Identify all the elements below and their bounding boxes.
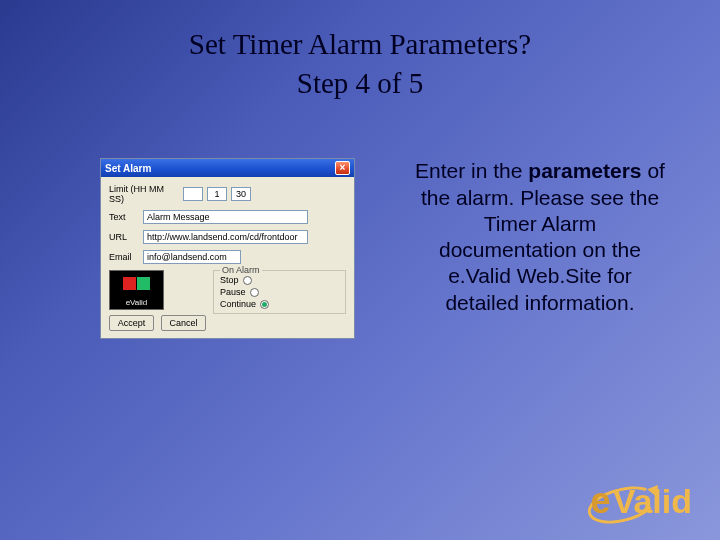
continue-label: Continue [220,299,256,309]
badge-text: eValid [126,298,148,307]
cancel-button[interactable]: Cancel [161,315,206,331]
left-lower: eValid Accept Cancel [109,270,206,331]
page-title: Set Timer Alarm Parameters? Step 4 of 5 [0,25,720,103]
continue-option[interactable]: Continue [220,299,340,309]
dialog-title-text: Set Alarm [105,163,151,174]
limit-label: Limit (HH MM SS) [109,184,179,204]
accept-button[interactable]: Accept [109,315,154,331]
instruction-rest: of the alarm. Please see the Timer Alarm… [421,159,665,313]
limit-ss-input[interactable]: 30 [231,187,251,201]
limit-mm-input[interactable]: 1 [207,187,227,201]
evalid-logo: eValid [591,480,692,522]
url-label: URL [109,232,139,242]
email-label: Email [109,252,139,262]
pause-option[interactable]: Pause [220,287,340,297]
set-alarm-dialog: Set Alarm × Limit (HH MM SS) 1 30 Text A… [100,158,355,339]
title-line-2: Step 4 of 5 [297,67,423,99]
url-input[interactable]: http://www.landsend.com/cd/frontdoor [143,230,308,244]
text-label: Text [109,212,139,222]
email-input[interactable]: info@landsend.com [143,250,241,264]
radio-icon [243,276,252,285]
radio-icon [260,300,269,309]
stop-label: Stop [220,275,239,285]
logo-valid: Valid [613,482,692,521]
on-alarm-label: On Alarm [220,265,262,275]
radio-icon [250,288,259,297]
evalid-badge: eValid [109,270,164,310]
pause-label: Pause [220,287,246,297]
limit-hh-input[interactable] [183,187,203,201]
instruction-lead: Enter in the [415,159,528,182]
instruction-text: Enter in the parameters of the alarm. Pl… [415,158,665,316]
title-line-1: Set Timer Alarm Parameters? [189,28,531,60]
instruction-bold: parameters [528,159,641,182]
close-icon[interactable]: × [335,161,350,175]
badge-green-square [137,277,150,290]
logo-e: e [591,480,611,522]
stop-option[interactable]: Stop [220,275,340,285]
text-input[interactable]: Alarm Message [143,210,308,224]
content-row: Set Alarm × Limit (HH MM SS) 1 30 Text A… [0,158,720,339]
badge-red-square [123,277,136,290]
on-alarm-group: On Alarm Stop Pause Continue [213,270,346,314]
dialog-body: Limit (HH MM SS) 1 30 Text Alarm Message… [101,177,354,338]
dialog-title-bar: Set Alarm × [101,159,354,177]
